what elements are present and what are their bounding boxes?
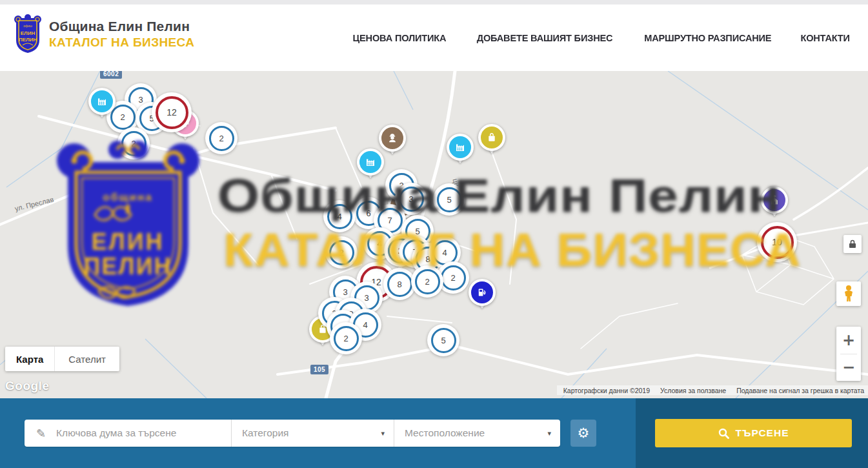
map-pin-fuel[interactable] [469, 279, 496, 306]
nav-item-route-schedule[interactable]: МАРШРУТНО РАЗПИСАНИЕ [644, 32, 771, 44]
cluster-count: 4 [363, 320, 367, 330]
map-pin-factory[interactable] [88, 88, 116, 115]
factory-icon [357, 148, 384, 176]
cluster-ring: 4 [327, 204, 352, 229]
map-cluster-marker[interactable]: 5 [427, 324, 459, 356]
cluster-count: 3 [364, 293, 368, 303]
brand-title: Община Елин Пелин [49, 19, 194, 34]
map-attribution: Картографски данни ©2019 Условия за полз… [557, 385, 868, 395]
map-pin-church[interactable] [761, 187, 788, 214]
factory-icon [447, 134, 474, 161]
map-lock-button[interactable] [843, 235, 862, 253]
cluster-count: 2 [120, 112, 125, 122]
zoom-out-button[interactable]: − [836, 354, 861, 381]
church-icon [761, 187, 788, 214]
cluster-count: 7 [387, 216, 392, 225]
map-pin-factory[interactable] [447, 134, 474, 161]
map-canvas[interactable]: ул. Преслав бул. „Новосел ции 6002 105 3… [0, 71, 868, 398]
top-strip [0, 0, 868, 5]
search-button-label: ТЪРСЕНЕ [736, 427, 789, 439]
brand[interactable]: офиш ЕЛИН ПЕЛИН Община Елин Пелин КАТАЛО… [14, 14, 194, 54]
cluster-count: 3 [409, 194, 413, 204]
nav-item-contacts[interactable]: КОНТАКТИ [800, 32, 849, 44]
cluster-count: 5 [441, 336, 445, 345]
cluster-ring: 3 [399, 187, 424, 212]
cluster-count: 4 [377, 239, 381, 249]
cluster-ring: 2 [329, 240, 354, 265]
factory-icon [88, 88, 116, 115]
nav-item-add-business[interactable]: ДОБАВЕТЕ ВАШИЯТ БИЗНЕС [477, 32, 613, 44]
cluster-ring: 12 [156, 96, 188, 129]
category-select[interactable]: Категория ▾ [231, 420, 394, 447]
cluster-ring: 8 [387, 272, 412, 297]
map-pin-factory[interactable] [357, 148, 384, 176]
attribution-data-label: Картографски данни ©2019 [563, 387, 650, 394]
road-badge-105: 105 [310, 365, 328, 374]
map-cluster-marker[interactable]: 5 [433, 183, 465, 216]
search-bar: ✎ Категория ▾ Местоположение ▾ ⚙ ТЪРСЕНЕ [0, 398, 868, 468]
keyword-field[interactable]: ✎ [25, 420, 231, 447]
cluster-ring: 5 [437, 187, 462, 212]
zoom-in-button[interactable]: + [836, 327, 861, 354]
map-pin-shopping-bag[interactable] [478, 124, 505, 151]
cluster-count: 2 [343, 334, 348, 343]
nav-item-pricing[interactable]: ЦЕНОВА ПОЛИТИКА [353, 32, 447, 44]
main-nav: ЦЕНОВА ПОЛИТИКА ДОБАВЕТЕ ВАШИЯТ БИЗНЕС М… [350, 5, 851, 71]
cluster-count: 2 [339, 248, 343, 258]
cluster-count: 8 [397, 280, 401, 289]
street-view-pegman-button[interactable] [836, 281, 861, 306]
map-cluster-marker[interactable]: 2 [411, 265, 443, 298]
location-select-label: Местоположение [405, 427, 485, 439]
worker-icon [379, 125, 406, 152]
chevron-down-icon: ▾ [547, 429, 551, 438]
attribution-terms-link[interactable]: Условия за ползване [660, 387, 726, 394]
shopping-bag-icon [478, 124, 505, 151]
map-type-map-button[interactable]: Карта [5, 347, 54, 371]
keyword-input[interactable] [55, 427, 231, 440]
map-type-satellite-button[interactable]: Сателит [54, 347, 119, 371]
cluster-ring: 5 [431, 328, 456, 353]
cluster-ring: 2 [121, 131, 146, 156]
cluster-ring: 2 [441, 265, 466, 290]
cluster-count: 3 [138, 95, 143, 105]
map-cluster-marker[interactable]: 2 [117, 127, 150, 159]
fuel-icon [469, 279, 496, 306]
google-logo[interactable]: Google [5, 379, 49, 393]
attribution-report-link[interactable]: Подаване на сигнал за грешка в картата [736, 387, 864, 394]
map-pin-worker[interactable] [379, 125, 406, 152]
pegman-icon [842, 285, 855, 303]
cluster-count: 3 [343, 287, 347, 297]
brand-subtitle: КАТАЛОГ НА БИЗНЕСА [49, 36, 194, 50]
pencil-icon: ✎ [36, 427, 46, 440]
map-cluster-marker[interactable]: 10 [757, 222, 797, 262]
cluster-count: 5 [415, 227, 419, 236]
map-cluster-marker[interactable]: 4 [323, 200, 356, 232]
header: офиш ЕЛИН ПЕЛИН Община Елин Пелин КАТАЛО… [0, 5, 868, 72]
svg-text:ПЕЛИН: ПЕЛИН [19, 37, 37, 43]
cluster-ring: 10 [761, 226, 794, 259]
category-select-label: Категория [242, 427, 288, 439]
cluster-count: 4 [337, 212, 341, 221]
lock-icon [849, 239, 856, 249]
cluster-ring: 2 [209, 126, 234, 151]
cluster-count: 4 [442, 248, 447, 258]
municipality-crest-logo: офиш ЕЛИН ПЕЛИН [14, 14, 41, 54]
map-cluster-marker[interactable]: 2 [325, 236, 358, 269]
cluster-count: 5 [447, 195, 451, 205]
cluster-count: 2 [425, 277, 429, 287]
page: офиш ЕЛИН ПЕЛИН Община Елин Пелин КАТАЛО… [0, 0, 868, 468]
svg-text:офиш: офиш [23, 24, 32, 28]
cluster-count: 12 [167, 107, 177, 117]
search-icon [718, 428, 729, 439]
advanced-settings-button[interactable]: ⚙ [570, 420, 596, 447]
map-cluster-marker[interactable]: 2 [205, 122, 237, 154]
map-cluster-marker[interactable]: 12 [152, 92, 192, 132]
cluster-count: 2 [450, 273, 455, 283]
cluster-count: 6 [366, 209, 370, 218]
cluster-ring: 2 [334, 326, 359, 351]
search-button[interactable]: ТЪРСЕНЕ [655, 419, 852, 447]
map-cluster-marker[interactable]: 2 [330, 322, 362, 354]
svg-text:ЕЛИН: ЕЛИН [21, 30, 35, 36]
gear-icon: ⚙ [578, 425, 590, 441]
location-select[interactable]: Местоположение ▾ [394, 420, 560, 447]
